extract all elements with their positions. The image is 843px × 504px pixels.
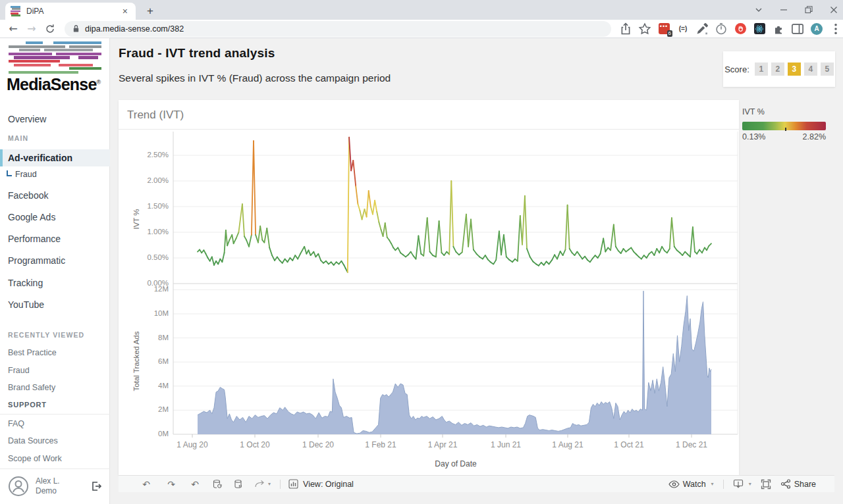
ivt-y-tick: 2.50% bbox=[134, 151, 169, 159]
tab-search-icon[interactable] bbox=[755, 6, 763, 14]
ads-axis-label: Total Tracked Ads bbox=[132, 315, 140, 407]
sidebar-item-recent-fraud[interactable]: Fraud bbox=[8, 366, 30, 375]
mediasense-logo bbox=[9, 41, 101, 74]
subitem-branch-icon bbox=[7, 170, 12, 176]
sidebar-item-best-practice[interactable]: Best Practice bbox=[8, 348, 57, 357]
sidebar-item-faq[interactable]: FAQ bbox=[8, 419, 24, 428]
ads-y-tick: 12M bbox=[134, 285, 169, 293]
trend-chart-card: Trend (IVT) 0.00%0.50%1.00%1.50%2.00%2.5… bbox=[119, 100, 739, 475]
undo-icon[interactable]: ↶ bbox=[138, 479, 154, 490]
view-label[interactable]: View: Original bbox=[303, 480, 354, 489]
sidebar: MediaSense® Overview MAIN Ad-verificatio… bbox=[0, 38, 110, 504]
new-tab-button[interactable]: + bbox=[142, 4, 158, 20]
react-devtools-icon[interactable] bbox=[753, 22, 766, 36]
lock-icon bbox=[72, 24, 80, 33]
trend-plot-area[interactable] bbox=[119, 100, 739, 475]
score-button-3[interactable]: 3 bbox=[788, 63, 801, 76]
sidebar-item-performance[interactable]: Performance bbox=[0, 230, 110, 247]
page-title: Fraud - IVT trend analysis bbox=[119, 46, 275, 61]
ivt-axis-label: IVT % bbox=[132, 173, 140, 265]
tab-title: DiPA bbox=[26, 7, 120, 16]
side-panel-icon[interactable] bbox=[791, 22, 804, 36]
sidebar-item-data-sources[interactable]: Data Sources bbox=[8, 436, 58, 445]
sidebar-subitem-fraud[interactable]: Fraud bbox=[7, 170, 37, 179]
sidebar-item-youtube[interactable]: YouTube bbox=[0, 296, 110, 313]
sidebar-section-support: SUPPORT bbox=[8, 401, 47, 409]
sidebar-item-scope-of-work[interactable]: Scope of Work bbox=[8, 454, 62, 463]
legend-notch bbox=[785, 128, 786, 131]
legend-gradient-bar[interactable] bbox=[742, 122, 826, 130]
date-x-tick: 1 Feb 21 bbox=[353, 440, 408, 449]
bookmark-star-icon[interactable] bbox=[638, 22, 651, 36]
score-button-4[interactable]: 4 bbox=[804, 63, 817, 76]
score-button-1[interactable]: 1 bbox=[755, 63, 768, 76]
sidebar-item-google-ads[interactable]: Google Ads bbox=[0, 209, 110, 226]
forward-caret-icon[interactable]: ▾ bbox=[268, 481, 271, 487]
date-x-tick: 1 Aug 21 bbox=[540, 440, 595, 449]
date-x-tick: 1 Dec 21 bbox=[664, 440, 719, 449]
site-favicon bbox=[11, 6, 21, 16]
tab-close-icon[interactable]: × bbox=[120, 6, 130, 16]
ivt-color-legend: IVT % 0.13% 2.82% bbox=[742, 107, 826, 141]
legend-min-label: 0.13% bbox=[742, 132, 765, 141]
download-button[interactable]: ▾ bbox=[733, 479, 751, 489]
page-subtitle: Several spikes in IVT % (Fraud) across t… bbox=[119, 72, 391, 84]
share-button[interactable]: Share bbox=[780, 479, 816, 489]
share-label: Share bbox=[794, 480, 816, 489]
forward-icon[interactable]: → bbox=[22, 22, 41, 35]
date-x-tick: 1 Apr 21 bbox=[415, 440, 470, 449]
fullscreen-icon[interactable] bbox=[761, 479, 771, 490]
browser-tabstrip: DiPA × + bbox=[0, 0, 843, 20]
forward-share-icon[interactable] bbox=[254, 480, 266, 489]
x-axis-title: Day of Date bbox=[403, 459, 508, 468]
share-nodes-icon bbox=[780, 479, 791, 489]
sidebar-item-facebook[interactable]: Facebook bbox=[0, 187, 110, 204]
refresh-data-icon[interactable] bbox=[212, 479, 223, 490]
eyedropper-icon[interactable] bbox=[695, 22, 709, 36]
back-icon[interactable]: ← bbox=[4, 22, 22, 35]
ads-y-tick: 0M bbox=[134, 430, 169, 438]
watch-button[interactable]: Watch▾ bbox=[668, 480, 714, 489]
url-text: dipa.media-sense.com/382 bbox=[85, 24, 184, 34]
legend-title: IVT % bbox=[742, 107, 826, 116]
extension-validator-icon[interactable]: •••6 bbox=[657, 22, 670, 36]
view-icon bbox=[288, 479, 298, 489]
close-window-icon[interactable] bbox=[830, 6, 838, 14]
sidebar-section-recently-viewed: RECENTLY VIEWED bbox=[8, 331, 84, 339]
date-x-tick: 1 Oct 20 bbox=[227, 440, 283, 449]
profile-avatar[interactable]: A bbox=[810, 22, 823, 36]
sidebar-divider bbox=[0, 414, 110, 415]
sidebar-item-tracking[interactable]: Tracking bbox=[0, 274, 110, 291]
date-x-tick: 1 Aug 20 bbox=[165, 440, 220, 449]
pause-updates-icon[interactable] bbox=[233, 479, 244, 490]
sidebar-item-overview[interactable]: Overview bbox=[0, 111, 110, 128]
date-x-tick: 1 Oct 21 bbox=[601, 440, 657, 449]
sidebar-item-ad-verification[interactable]: Ad-verification bbox=[0, 149, 110, 166]
extension-paren-icon[interactable]: (=) bbox=[676, 22, 690, 36]
score-button-5[interactable]: 5 bbox=[821, 63, 834, 76]
minimize-icon[interactable] bbox=[780, 6, 788, 14]
share-page-icon[interactable] bbox=[619, 22, 632, 36]
user-avatar-icon bbox=[8, 476, 29, 497]
logout-icon[interactable] bbox=[90, 480, 102, 492]
extensions-puzzle-icon[interactable] bbox=[772, 22, 785, 36]
sidebar-item-programmatic[interactable]: Programmatic bbox=[0, 252, 110, 269]
score-button-2[interactable]: 2 bbox=[771, 63, 784, 76]
date-x-tick: 1 Jun 21 bbox=[478, 440, 533, 449]
browser-menu-icon[interactable] bbox=[829, 22, 842, 36]
score-filter: Score: 1 2 3 4 5 bbox=[723, 51, 835, 87]
revert-icon[interactable]: ↶ bbox=[187, 479, 203, 490]
score-label: Score: bbox=[724, 64, 749, 74]
timer-extension-icon[interactable] bbox=[715, 22, 728, 36]
adblock-hand-icon[interactable] bbox=[734, 22, 747, 36]
download-icon bbox=[733, 479, 744, 489]
date-x-tick: 1 Dec 20 bbox=[290, 440, 346, 449]
eye-icon bbox=[668, 480, 680, 488]
redo-icon[interactable]: ↷ bbox=[163, 479, 179, 490]
restore-icon[interactable] bbox=[805, 6, 813, 14]
url-bar[interactable]: dipa.media-sense.com/382 bbox=[65, 21, 611, 37]
sidebar-item-brand-safety[interactable]: Brand Safety bbox=[8, 383, 55, 392]
watch-label: Watch bbox=[683, 480, 706, 489]
reload-icon[interactable] bbox=[41, 24, 59, 34]
browser-tab[interactable]: DiPA × bbox=[5, 3, 136, 20]
